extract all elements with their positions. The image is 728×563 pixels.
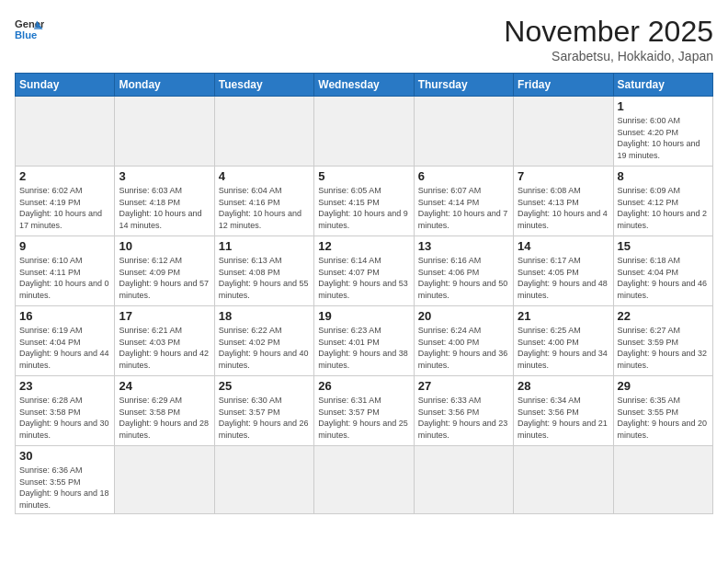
table-row: 1 Sunrise: 6:00 AMSunset: 4:20 PMDayligh… — [16, 97, 713, 167]
calendar-table: Sunday Monday Tuesday Wednesday Thursday… — [15, 73, 713, 514]
weekday-header-row: Sunday Monday Tuesday Wednesday Thursday… — [16, 74, 713, 97]
day-11: 11 Sunrise: 6:13 AMSunset: 4:08 PMDaylig… — [214, 236, 313, 306]
header-wednesday: Wednesday — [314, 74, 414, 97]
day-30: 30 Sunrise: 6:36 AMSunset: 3:55 PMDaylig… — [16, 446, 115, 514]
day-19: 19 Sunrise: 6:23 AMSunset: 4:01 PMDaylig… — [314, 306, 414, 376]
location: Sarabetsu, Hokkaido, Japan — [504, 49, 713, 63]
day-24: 24 Sunrise: 6:29 AMSunset: 3:58 PMDaylig… — [115, 376, 214, 446]
day-27: 27 Sunrise: 6:33 AMSunset: 3:56 PMDaylig… — [414, 376, 513, 446]
empty-cell — [115, 97, 214, 167]
header-thursday: Thursday — [414, 74, 513, 97]
day-18: 18 Sunrise: 6:22 AMSunset: 4:02 PMDaylig… — [214, 306, 313, 376]
empty-cell — [514, 97, 613, 167]
day-29: 29 Sunrise: 6:35 AMSunset: 3:55 PMDaylig… — [613, 376, 712, 446]
day-16: 16 Sunrise: 6:19 AMSunset: 4:04 PMDaylig… — [16, 306, 115, 376]
empty-cell — [613, 446, 712, 514]
svg-text:Blue: Blue — [15, 29, 37, 40]
header-saturday: Saturday — [613, 74, 712, 97]
day-2: 2 Sunrise: 6:02 AMSunset: 4:19 PMDayligh… — [16, 167, 115, 236]
day-4: 4 Sunrise: 6:04 AMSunset: 4:16 PMDayligh… — [214, 167, 313, 236]
day-number: 1 — [618, 99, 709, 113]
day-14: 14 Sunrise: 6:17 AMSunset: 4:05 PMDaylig… — [514, 236, 613, 306]
table-row: 2 Sunrise: 6:02 AMSunset: 4:19 PMDayligh… — [16, 167, 713, 236]
header-monday: Monday — [115, 74, 214, 97]
day-10: 10 Sunrise: 6:12 AMSunset: 4:09 PMDaylig… — [115, 236, 214, 306]
day-9: 9 Sunrise: 6:10 AMSunset: 4:11 PMDayligh… — [16, 236, 115, 306]
empty-cell — [214, 446, 313, 514]
header-friday: Friday — [514, 74, 613, 97]
empty-cell — [214, 97, 313, 167]
day-1: 1 Sunrise: 6:00 AMSunset: 4:20 PMDayligh… — [613, 97, 712, 167]
day-23: 23 Sunrise: 6:28 AMSunset: 3:58 PMDaylig… — [16, 376, 115, 446]
empty-cell — [115, 446, 214, 514]
day-13: 13 Sunrise: 6:16 AMSunset: 4:06 PMDaylig… — [414, 236, 513, 306]
calendar-page: General Blue November 2025 Sarabetsu, Ho… — [0, 0, 728, 563]
day-22: 22 Sunrise: 6:27 AMSunset: 3:59 PMDaylig… — [613, 306, 712, 376]
day-12: 12 Sunrise: 6:14 AMSunset: 4:07 PMDaylig… — [314, 236, 414, 306]
day-25: 25 Sunrise: 6:30 AMSunset: 3:57 PMDaylig… — [214, 376, 313, 446]
day-21: 21 Sunrise: 6:25 AMSunset: 4:00 PMDaylig… — [514, 306, 613, 376]
header-sunday: Sunday — [16, 74, 115, 97]
day-info: Sunrise: 6:00 AMSunset: 4:20 PMDaylight:… — [618, 115, 709, 161]
logo-icon: General Blue — [15, 15, 44, 44]
day-28: 28 Sunrise: 6:34 AMSunset: 3:56 PMDaylig… — [514, 376, 613, 446]
empty-cell — [16, 97, 115, 167]
table-row: 16 Sunrise: 6:19 AMSunset: 4:04 PMDaylig… — [16, 306, 713, 376]
month-title: November 2025 — [504, 15, 713, 49]
day-6: 6 Sunrise: 6:07 AMSunset: 4:14 PMDayligh… — [414, 167, 513, 236]
day-17: 17 Sunrise: 6:21 AMSunset: 4:03 PMDaylig… — [115, 306, 214, 376]
empty-cell — [414, 97, 513, 167]
day-26: 26 Sunrise: 6:31 AMSunset: 3:57 PMDaylig… — [314, 376, 414, 446]
logo: General Blue — [15, 15, 44, 44]
page-header: General Blue November 2025 Sarabetsu, Ho… — [15, 15, 713, 63]
table-row: 23 Sunrise: 6:28 AMSunset: 3:58 PMDaylig… — [16, 376, 713, 446]
day-7: 7 Sunrise: 6:08 AMSunset: 4:13 PMDayligh… — [514, 167, 613, 236]
empty-cell — [314, 97, 414, 167]
header-tuesday: Tuesday — [214, 74, 313, 97]
empty-cell — [414, 446, 513, 514]
empty-cell — [514, 446, 613, 514]
day-3: 3 Sunrise: 6:03 AMSunset: 4:18 PMDayligh… — [115, 167, 214, 236]
day-5: 5 Sunrise: 6:05 AMSunset: 4:15 PMDayligh… — [314, 167, 414, 236]
empty-cell — [314, 446, 414, 514]
table-row: 30 Sunrise: 6:36 AMSunset: 3:55 PMDaylig… — [16, 446, 713, 514]
day-20: 20 Sunrise: 6:24 AMSunset: 4:00 PMDaylig… — [414, 306, 513, 376]
day-8: 8 Sunrise: 6:09 AMSunset: 4:12 PMDayligh… — [613, 167, 712, 236]
table-row: 9 Sunrise: 6:10 AMSunset: 4:11 PMDayligh… — [16, 236, 713, 306]
day-15: 15 Sunrise: 6:18 AMSunset: 4:04 PMDaylig… — [613, 236, 712, 306]
title-block: November 2025 Sarabetsu, Hokkaido, Japan — [504, 15, 713, 63]
